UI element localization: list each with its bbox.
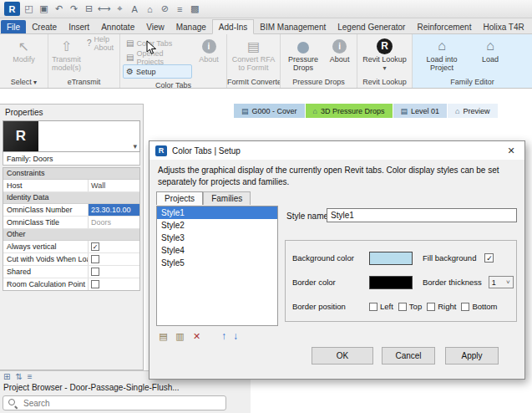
app-menu-button[interactable]: R	[4, 2, 20, 16]
help-icon: ?	[87, 38, 92, 48]
panel-label-pressure-drops[interactable]: Pressure Drops	[281, 77, 357, 88]
close-icon[interactable]: ✕	[498, 141, 524, 160]
style-list-item[interactable]: Style5	[157, 257, 277, 269]
apply-button[interactable]: Apply	[445, 347, 499, 365]
sheet-icon: ▤	[241, 107, 249, 115]
color-tabs-about-button[interactable]: i About	[194, 36, 224, 65]
open-icon[interactable]: ◰	[23, 3, 35, 16]
modify-button[interactable]: ↖ Modify	[12, 36, 36, 65]
doc-tab-3d-pressure-drops[interactable]: ⌂ 3D Pressure Drops	[306, 104, 393, 118]
style-list-item[interactable]: Style4	[157, 244, 277, 257]
ribbon-tab-strip: File Create Insert Annotate View Manage …	[0, 18, 532, 34]
duplicate-style-icon[interactable]: ▥	[175, 331, 185, 342]
doc-tab-g000-cover[interactable]: ▤ G000 - Cover	[234, 104, 306, 118]
type-selector-caret-icon[interactable]: ▾	[133, 142, 137, 150]
cut-voids-checkbox[interactable]	[91, 255, 99, 263]
pressure-about-button[interactable]: i About	[325, 36, 354, 65]
transmit-model-label: Transmit model(s)	[52, 56, 81, 72]
load-into-project-button[interactable]: ⌂ Load into Project	[419, 36, 464, 73]
background-color-swatch[interactable]	[369, 252, 413, 265]
panel-label-select[interactable]: Select	[0, 77, 48, 88]
dimension-icon[interactable]: ⌖	[114, 3, 126, 16]
border-bottom-checkbox[interactable]	[461, 303, 469, 311]
save-icon[interactable]: ▣	[38, 3, 50, 16]
list-view-icon[interactable]: ≡	[28, 373, 33, 381]
cancel-button[interactable]: Cancel	[382, 347, 435, 365]
3d-view-icon[interactable]: ⌂	[144, 3, 156, 16]
host-value[interactable]: Wall	[88, 180, 139, 191]
panel-label-color-tabs[interactable]: Color Tabs	[120, 80, 226, 88]
border-thickness-label: Border thickness	[423, 278, 482, 287]
shared-checkbox[interactable]	[91, 268, 99, 276]
style-list-item[interactable]: Style1	[157, 206, 277, 219]
transmit-model-button[interactable]: ⇧ Transmit model(s)	[51, 36, 82, 73]
border-right-checkbox[interactable]	[427, 303, 435, 311]
panel-label-family-editor[interactable]: Family Editor	[413, 77, 532, 88]
family-selector[interactable]: Family: Doors	[3, 152, 140, 166]
search-input[interactable]	[22, 398, 221, 409]
panel-label-revit-lookup[interactable]: Revit Lookup	[357, 77, 412, 88]
section-other[interactable]: Other	[3, 229, 139, 241]
thin-lines-icon[interactable]: ≡	[174, 3, 186, 16]
style-list-item[interactable]: Style2	[157, 219, 277, 232]
tab-annotate[interactable]: Annotate	[95, 20, 140, 33]
panel-label-etransmit[interactable]: eTransmit	[48, 77, 119, 88]
expand-tree-icon[interactable]: ⊞	[3, 373, 10, 381]
section-identity-data[interactable]: Identity Data	[3, 192, 139, 204]
properties-grid: Constraints Host Wall Identity Data Omni…	[3, 167, 140, 291]
always-vertical-checkbox[interactable]	[91, 242, 99, 251]
panel-label-formit-converter[interactable]: FormIt Converter	[227, 77, 280, 88]
etransmit-help-about-button[interactable]: ? Help About	[84, 36, 117, 50]
doc-tab-level-01[interactable]: ▤ Level 01	[393, 104, 448, 118]
tab-file[interactable]: File	[1, 20, 26, 33]
revit-lookup-button[interactable]: R Revit Lookup	[360, 36, 409, 73]
fill-background-checkbox[interactable]	[484, 253, 494, 263]
tab-add-ins[interactable]: Add-Ins	[212, 19, 254, 34]
prop-row-shared: Shared	[3, 266, 139, 278]
undo-icon[interactable]: ↶	[53, 3, 65, 16]
section-icon[interactable]: ⊘	[159, 3, 171, 16]
omniclass-number-value[interactable]: 23.30.10.00	[88, 204, 139, 216]
measure-icon[interactable]: ⟷	[98, 3, 111, 16]
redo-icon[interactable]: ↷	[68, 3, 80, 16]
setup-button[interactable]: ⚙ Setup	[123, 64, 192, 79]
border-thickness-select[interactable]: 1	[489, 276, 514, 288]
doc-tab-preview[interactable]: ⌂ Preview	[448, 104, 498, 118]
color-tabs-toggle-button[interactable]: ▤ Color Tabs	[123, 36, 192, 50]
delete-style-icon[interactable]: ✕	[191, 331, 202, 342]
room-calc-checkbox[interactable]	[91, 280, 99, 288]
tab-families[interactable]: Families	[203, 191, 251, 205]
tab-manage[interactable]: Manage	[170, 20, 212, 33]
tab-projects[interactable]: Projects	[156, 191, 203, 205]
border-top-checkbox[interactable]	[398, 303, 407, 311]
add-style-icon[interactable]: ▤	[158, 331, 169, 342]
move-style-down-icon[interactable]: ↓	[233, 330, 238, 342]
omniclass-title-value[interactable]: Doors	[88, 217, 139, 228]
print-icon[interactable]: ⊟	[83, 3, 95, 16]
switch-windows-icon[interactable]: ▩	[189, 3, 201, 16]
tab-legend-generator[interactable]: Legend Generator	[332, 20, 411, 33]
convert-rfa-button[interactable]: ▤ Convert RFA to FormIt	[230, 36, 277, 73]
border-left-checkbox[interactable]	[369, 303, 377, 311]
border-color-swatch[interactable]	[369, 276, 413, 289]
section-constraints[interactable]: Constraints	[3, 168, 139, 180]
dialog-app-icon: R	[155, 145, 167, 156]
tab-bim-management[interactable]: BIM Management	[254, 20, 332, 33]
opened-projects-button[interactable]: ▤ Opened Projects	[123, 50, 192, 64]
style-list-item[interactable]: Style3	[157, 232, 277, 244]
pressure-drops-button[interactable]: Pressure Drops	[283, 36, 323, 73]
text-icon[interactable]: A	[129, 3, 141, 16]
type-selector[interactable]: R ▾	[3, 120, 140, 152]
tab-create[interactable]: Create	[26, 20, 63, 33]
move-style-up-icon[interactable]: ↑	[221, 330, 226, 342]
tab-holixa-t4r[interactable]: Holixa T4R	[477, 20, 529, 33]
ok-button[interactable]: OK	[312, 347, 373, 365]
sort-icon[interactable]: ⇅	[15, 373, 22, 381]
project-browser-search[interactable]	[3, 395, 226, 410]
style-name-input[interactable]	[327, 208, 517, 222]
tab-view[interactable]: View	[140, 20, 170, 33]
tab-reinforcement[interactable]: Reinforcement	[411, 20, 477, 33]
tab-insert[interactable]: Insert	[63, 20, 95, 33]
dialog-title-bar[interactable]: R Color Tabs | Setup ✕	[149, 141, 524, 160]
load-button[interactable]: ⌂ Load	[473, 36, 508, 65]
